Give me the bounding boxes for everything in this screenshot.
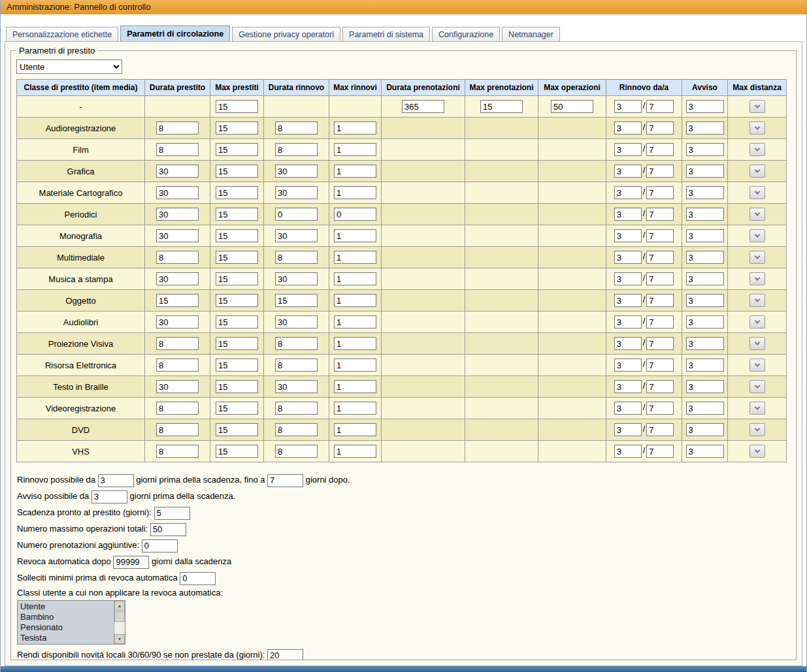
durata-rinnovo-input[interactable] [275, 208, 318, 221]
rinnovo-a-input[interactable] [646, 208, 674, 221]
durata-rinnovo-input[interactable] [275, 359, 318, 372]
scroll-up-icon[interactable]: ▲ [114, 601, 125, 611]
rinnovo-da-input[interactable] [614, 208, 642, 221]
rinnovo-a-input[interactable] [646, 359, 674, 372]
rinnovo-a-input[interactable] [646, 143, 674, 156]
durata-prestito-input[interactable] [156, 445, 199, 458]
max-distanza-dropdown[interactable] [749, 359, 765, 372]
max-rinnovi-input[interactable] [334, 251, 376, 264]
tab-netmanager[interactable]: Netmanager [502, 27, 560, 41]
durata-prestito-input[interactable] [156, 251, 199, 264]
max-distanza-dropdown[interactable] [749, 100, 765, 113]
max-distanza-dropdown[interactable] [749, 251, 765, 264]
durata-prestito-input[interactable] [156, 272, 199, 285]
rinnovo-da-giorni-input[interactable] [98, 474, 134, 487]
avviso-input[interactable] [686, 380, 724, 393]
max-rinnovi-input[interactable] [334, 402, 376, 415]
rinnovo-fino-giorni-input[interactable] [267, 474, 303, 487]
durata-rinnovo-input[interactable] [275, 229, 318, 242]
max-distanza-dropdown[interactable] [749, 186, 765, 199]
max-distanza-dropdown[interactable] [749, 229, 765, 242]
numero-prenotazioni-aggiuntive-input[interactable] [142, 539, 178, 552]
tab-parametri-di-sistema[interactable]: Parametri di sistema [342, 27, 430, 41]
durata-prestito-input[interactable] [156, 208, 199, 221]
durata-rinnovo-input[interactable] [275, 121, 318, 135]
durata-prestito-input[interactable] [156, 402, 199, 415]
avviso-input[interactable] [686, 251, 724, 264]
durata-rinnovo-input[interactable] [275, 402, 318, 415]
max-rinnovi-input[interactable] [334, 380, 376, 393]
rinnovo-da-input[interactable] [614, 165, 642, 178]
solleciti-minimi-input[interactable] [180, 572, 216, 585]
rinnovo-a-input[interactable] [646, 272, 674, 285]
durata-prestito-input[interactable] [156, 337, 199, 350]
max-distanza-dropdown[interactable] [749, 402, 765, 415]
avviso-input[interactable] [686, 359, 724, 372]
rinnovo-a-input[interactable] [646, 337, 674, 350]
avviso-da-giorni-input[interactable] [91, 490, 127, 504]
listbox-scrollbar[interactable]: ▲▼ [114, 601, 125, 644]
durata-rinnovo-input[interactable] [275, 251, 318, 264]
user-class-select[interactable]: Utente [16, 59, 122, 74]
max-prestiti-input[interactable] [216, 315, 258, 328]
max-rinnovi-input[interactable] [334, 445, 376, 458]
max-distanza-dropdown[interactable] [749, 143, 765, 156]
max-rinnovi-input[interactable] [334, 294, 376, 307]
rinnovo-da-input[interactable] [614, 337, 642, 350]
avviso-input[interactable] [686, 272, 724, 285]
max-rinnovi-input[interactable] [334, 272, 376, 285]
max-distanza-dropdown[interactable] [749, 272, 765, 285]
rinnovo-a-input[interactable] [646, 121, 674, 135]
scadenza-pronto-giorni-input[interactable] [154, 507, 190, 520]
max-prenotazioni-input[interactable] [480, 100, 523, 113]
durata-prestito-input[interactable] [156, 423, 199, 436]
avviso-input[interactable] [686, 186, 724, 199]
durata-prestito-input[interactable] [156, 229, 199, 242]
max-prestiti-input[interactable] [216, 402, 258, 415]
durata-prenotazioni-input[interactable] [402, 100, 444, 113]
max-rinnovi-input[interactable] [334, 165, 376, 178]
rinnovo-da-input[interactable] [614, 315, 642, 328]
max-prestiti-input[interactable] [216, 229, 258, 242]
max-prestiti-input[interactable] [216, 121, 258, 135]
max-distanza-dropdown[interactable] [749, 445, 765, 458]
avviso-input[interactable] [686, 294, 724, 307]
max-operazioni-input[interactable] [551, 100, 593, 113]
rinnovo-da-input[interactable] [614, 402, 642, 415]
max-prestiti-input[interactable] [216, 445, 258, 458]
scroll-down-icon[interactable]: ▼ [114, 634, 125, 644]
rinnovo-a-input[interactable] [646, 100, 674, 113]
durata-prestito-input[interactable] [156, 294, 199, 307]
rinnovo-a-input[interactable] [646, 445, 674, 458]
tab-personalizzazione-etichette[interactable]: Personalizzazione etichette [6, 27, 118, 41]
rinnovo-da-input[interactable] [614, 143, 642, 156]
max-rinnovi-input[interactable] [334, 337, 376, 350]
durata-rinnovo-input[interactable] [275, 445, 318, 458]
rinnovo-da-input[interactable] [614, 294, 642, 307]
max-distanza-dropdown[interactable] [749, 208, 765, 221]
avviso-input[interactable] [686, 229, 724, 242]
max-prestiti-input[interactable] [216, 272, 258, 285]
rinnovo-a-input[interactable] [646, 380, 674, 393]
tab-gestione-privacy-operatori[interactable]: Gestione privacy operatori [232, 27, 340, 41]
durata-prestito-input[interactable] [156, 359, 199, 372]
max-distanza-dropdown[interactable] [749, 423, 765, 436]
max-distanza-dropdown[interactable] [749, 315, 765, 328]
avviso-input[interactable] [686, 315, 724, 328]
durata-rinnovo-input[interactable] [275, 423, 318, 436]
avviso-input[interactable] [686, 100, 724, 113]
avviso-input[interactable] [686, 143, 724, 156]
max-rinnovi-input[interactable] [334, 186, 376, 199]
max-rinnovi-input[interactable] [334, 121, 376, 135]
durata-rinnovo-input[interactable] [275, 186, 318, 199]
listbox-item[interactable]: Tesista [20, 633, 114, 643]
max-rinnovi-input[interactable] [334, 359, 376, 372]
rinnovo-a-input[interactable] [646, 423, 674, 436]
rinnovo-a-input[interactable] [646, 315, 674, 328]
durata-rinnovo-input[interactable] [275, 294, 318, 307]
durata-rinnovo-input[interactable] [275, 165, 318, 178]
max-prestiti-input[interactable] [216, 337, 258, 350]
revoca-automatica-giorni-input[interactable] [113, 556, 149, 569]
rinnovo-da-input[interactable] [614, 272, 642, 285]
max-rinnovi-input[interactable] [334, 315, 376, 328]
